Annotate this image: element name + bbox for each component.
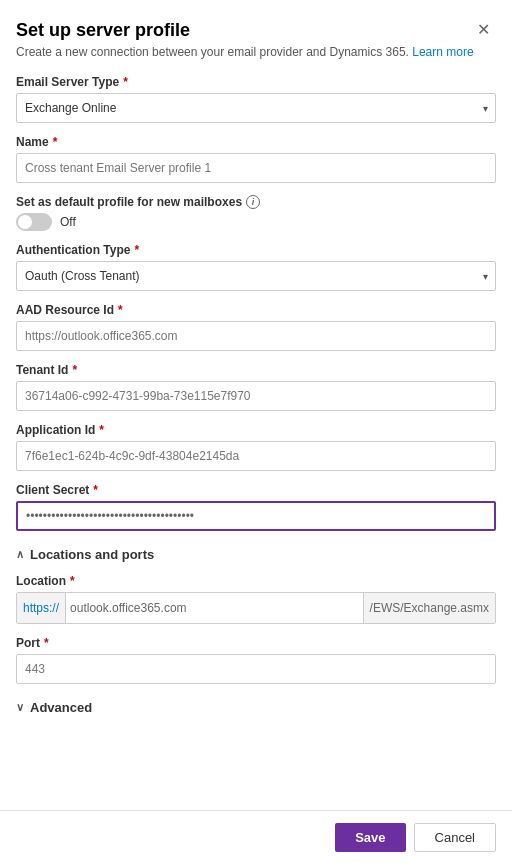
email-server-type-field: Email Server Type * Exchange Online POP3… (16, 75, 496, 123)
location-field: Location * https:// /EWS/Exchange.asmx (16, 574, 496, 624)
name-input[interactable] (16, 153, 496, 183)
authentication-type-select[interactable]: Oauth (Cross Tenant) Office 365 OAuth Ba… (16, 261, 496, 291)
application-id-label: Application Id * (16, 423, 496, 437)
required-indicator: * (123, 75, 128, 89)
location-input-wrapper: https:// /EWS/Exchange.asmx (16, 592, 496, 624)
aad-resource-id-label: AAD Resource Id * (16, 303, 496, 317)
application-id-input[interactable] (16, 441, 496, 471)
required-indicator: * (72, 363, 77, 377)
advanced-section-label: Advanced (30, 700, 92, 715)
learn-more-link[interactable]: Learn more (412, 45, 473, 59)
tenant-id-field: Tenant Id * (16, 363, 496, 411)
default-profile-field: Set as default profile for new mailboxes… (16, 195, 496, 231)
authentication-type-select-wrapper: Oauth (Cross Tenant) Office 365 OAuth Ba… (16, 261, 496, 291)
required-indicator: * (44, 636, 49, 650)
authentication-type-field: Authentication Type * Oauth (Cross Tenan… (16, 243, 496, 291)
toggle-state-label: Off (60, 215, 76, 229)
locations-ports-section-header[interactable]: ∧ Locations and ports (16, 547, 496, 562)
required-indicator: * (99, 423, 104, 437)
name-field: Name * (16, 135, 496, 183)
dialog-subtitle: Create a new connection between your ema… (16, 45, 496, 59)
port-field: Port * (16, 636, 496, 684)
aad-resource-id-field: AAD Resource Id * (16, 303, 496, 351)
dialog-footer: Save Cancel (0, 810, 512, 864)
port-input[interactable] (16, 654, 496, 684)
close-icon[interactable]: ✕ (471, 20, 496, 40)
email-server-type-select[interactable]: Exchange Online POP3/SMTP IMAP/SMTP (16, 93, 496, 123)
required-indicator: * (70, 574, 75, 588)
dialog-header: Set up server profile ✕ (16, 20, 496, 41)
location-prefix: https:// (17, 593, 66, 623)
advanced-section-header[interactable]: ∨ Advanced (16, 700, 496, 715)
aad-resource-id-input[interactable] (16, 321, 496, 351)
cancel-button[interactable]: Cancel (414, 823, 496, 852)
chevron-up-icon: ∧ (16, 548, 24, 561)
required-indicator: * (118, 303, 123, 317)
port-label: Port * (16, 636, 496, 650)
location-suffix: /EWS/Exchange.asmx (363, 593, 495, 623)
required-indicator: * (93, 483, 98, 497)
client-secret-field: Client Secret * (16, 483, 496, 531)
tenant-id-input[interactable] (16, 381, 496, 411)
locations-ports-section-label: Locations and ports (30, 547, 154, 562)
toggle-thumb (18, 215, 32, 229)
default-profile-toggle[interactable] (16, 213, 52, 231)
authentication-type-label: Authentication Type * (16, 243, 496, 257)
email-server-type-select-wrapper: Exchange Online POP3/SMTP IMAP/SMTP ▾ (16, 93, 496, 123)
required-indicator: * (134, 243, 139, 257)
tenant-id-label: Tenant Id * (16, 363, 496, 377)
default-profile-label: Set as default profile for new mailboxes… (16, 195, 496, 209)
info-icon[interactable]: i (246, 195, 260, 209)
save-button[interactable]: Save (335, 823, 405, 852)
client-secret-label: Client Secret * (16, 483, 496, 497)
toggle-row: Off (16, 213, 496, 231)
chevron-down-icon: ∨ (16, 701, 24, 714)
application-id-field: Application Id * (16, 423, 496, 471)
email-server-type-label: Email Server Type * (16, 75, 496, 89)
client-secret-input[interactable] (16, 501, 496, 531)
dialog-title: Set up server profile (16, 20, 190, 41)
required-indicator: * (53, 135, 58, 149)
setup-server-profile-dialog: Set up server profile ✕ Create a new con… (0, 0, 512, 864)
name-label: Name * (16, 135, 496, 149)
location-middle-input[interactable] (66, 593, 363, 623)
location-label: Location * (16, 574, 496, 588)
